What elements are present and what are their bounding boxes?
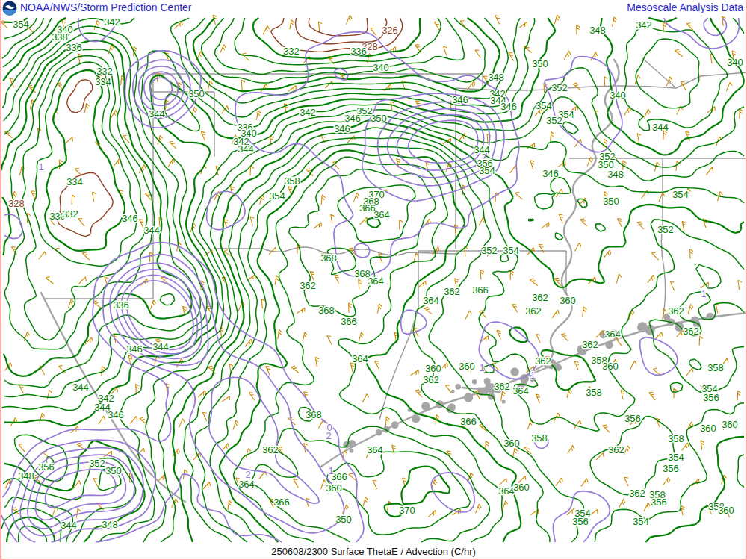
contour-label: 360: [718, 505, 734, 516]
contour-label: 336: [350, 46, 367, 57]
contour-label: 366: [273, 497, 290, 508]
contour-label: 354: [672, 189, 689, 200]
contour-label: 362: [494, 381, 510, 392]
contour-label: 350: [188, 88, 205, 99]
contour-label: 352: [481, 245, 498, 256]
contour-label: 348: [102, 519, 118, 530]
contour-label: 354: [503, 245, 519, 256]
contour-label: 2: [245, 469, 250, 480]
contour-label: 364: [604, 329, 621, 340]
contour-label: 350: [335, 514, 352, 525]
contour-label: 358: [707, 362, 724, 373]
contour-label: 350: [371, 113, 387, 124]
spc-header-link[interactable]: NOAA/NWS/Storm Prediction Center: [20, 1, 192, 13]
contour-label: 360: [602, 361, 619, 372]
contour-label: 336: [113, 299, 129, 311]
contour-label: 360: [513, 482, 530, 493]
noaa-logo-icon[interactable]: [2, 1, 17, 16]
contour-label: 340: [373, 62, 389, 73]
contour-label: 364: [367, 444, 383, 455]
contour-label: 346: [542, 168, 559, 179]
contour-label: 360: [722, 419, 738, 430]
contour-label: 362: [423, 374, 439, 385]
contour-label: 362: [444, 286, 460, 297]
contour-label: 354: [13, 19, 29, 30]
contour-label: 1: [38, 161, 43, 172]
contour-label: 360: [326, 482, 342, 494]
contour-label: 364: [423, 295, 439, 306]
contour-label: 344: [474, 144, 490, 155]
contour-label: 364: [374, 209, 390, 220]
contour-label: 368: [320, 252, 337, 264]
contour-label: 356: [624, 413, 641, 424]
contour-label: 344: [152, 341, 169, 352]
contour-label: 356: [651, 497, 667, 508]
contour-label: 350: [532, 58, 548, 69]
contour-label: 360: [459, 361, 475, 372]
contour-label: 348: [18, 470, 34, 482]
contour-label: 344: [143, 225, 160, 236]
contour-label: 368: [318, 305, 335, 316]
contour-label: 346: [108, 409, 124, 420]
contour-label: 358: [284, 175, 300, 187]
contour-label: 334: [66, 176, 83, 187]
contour-label: 338: [52, 31, 68, 43]
contour-label: 1: [701, 288, 706, 299]
contour-label: 348: [589, 25, 606, 36]
contour-label: 360: [560, 295, 576, 306]
contour-label: 360: [503, 438, 520, 449]
contour-label: 344: [61, 520, 77, 531]
contour-label: 1: [479, 362, 484, 373]
contour-label: 348: [488, 72, 504, 83]
contour-labels-layer: 3543423403383363323343503443343283303323…: [8, 16, 743, 531]
contour-label: 346: [334, 123, 350, 134]
contour-label: 334: [95, 76, 111, 87]
contour-label: 362: [300, 280, 316, 291]
contour-label: 342: [636, 19, 652, 31]
contour-label: 364: [238, 479, 255, 490]
header-bar: NOAA/NWS/Storm Prediction Center Mesosca…: [0, 0, 747, 15]
contour-label: 2: [326, 430, 331, 441]
contour-label: 328: [8, 198, 25, 209]
contour-label: 352: [89, 458, 105, 469]
contour-label: 346: [122, 213, 138, 224]
contour-label: 362: [525, 305, 542, 317]
contour-label: 332: [62, 208, 78, 220]
contour-label: 358: [531, 432, 548, 444]
contour-label: 362: [629, 488, 645, 499]
contour-label: 362: [535, 355, 551, 367]
contour-label: 360: [425, 363, 441, 374]
contour-label: 344: [238, 143, 254, 155]
contour-label: 368: [306, 409, 322, 420]
contour-label: 348: [607, 169, 624, 180]
contour-label: 364: [352, 353, 368, 364]
contour-label: 354: [269, 190, 285, 202]
contour-label: 364: [368, 276, 384, 287]
mesoanalysis-header-link[interactable]: Mesoscale Analysis Data: [627, 1, 743, 13]
contour-label: 362: [262, 444, 279, 455]
map-canvas[interactable]: 3543423403383363323343503443343283303323…: [0, 0, 747, 560]
map-caption: 250608/2300 Surface ThetaE / Advection (…: [0, 546, 747, 557]
contour-label: 352: [551, 82, 568, 93]
contour-label: 356: [38, 461, 55, 473]
contour-label: 362: [582, 339, 598, 350]
contour-label: 364: [498, 485, 515, 497]
contour-label: 366: [460, 416, 477, 427]
contour-label: 344: [72, 382, 89, 393]
page-root: { "header": { "left_title": "NOAA/NWS/St…: [0, 0, 747, 560]
contour-label: 350: [603, 196, 619, 207]
contour-label: 356: [703, 392, 719, 403]
contour-label: 360: [700, 423, 716, 434]
contour-label: 332: [96, 66, 113, 77]
contour-label: 366: [472, 284, 489, 296]
contour-label: 358: [586, 387, 602, 398]
contour-label: 1: [530, 370, 535, 381]
contour-label: 362: [608, 444, 624, 455]
contour-label: 346: [126, 343, 143, 355]
contour-label: 370: [399, 505, 415, 516]
contour-label: 342: [104, 16, 120, 28]
contour-label: 332: [283, 46, 300, 57]
contour-label: 340: [610, 90, 626, 101]
contour-label: 354: [536, 100, 552, 111]
contour-label: 346: [500, 101, 517, 112]
